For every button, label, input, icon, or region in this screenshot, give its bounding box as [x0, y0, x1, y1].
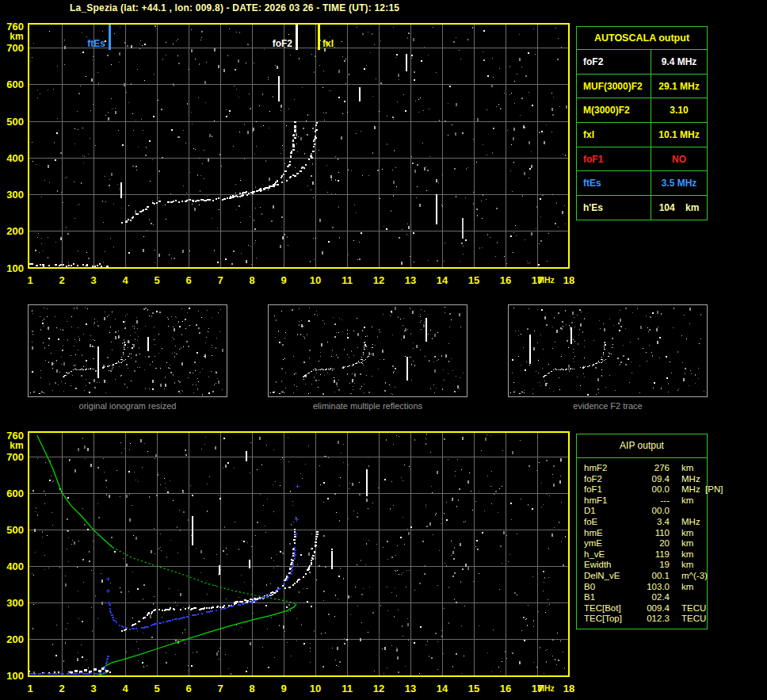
y-tick-label: 400	[6, 152, 24, 164]
y-tick-label: 100	[6, 670, 24, 682]
y-tick-label: 300	[6, 189, 24, 201]
param-unit	[670, 506, 707, 517]
x-tick-label: 18	[563, 274, 574, 286]
x-tick-label: 2	[59, 683, 64, 694]
table-row: D100.0	[584, 506, 707, 517]
frequency-markers: ftEsfoF2fxI	[87, 25, 334, 50]
x-tick-label: 12	[373, 274, 384, 286]
thumbnail-evidence-f2-trace	[509, 305, 708, 397]
x-tick-label: 6	[185, 274, 191, 286]
param-label: h_vE	[584, 549, 633, 560]
table-row: B0103.0km	[584, 582, 707, 593]
param-unit: MHz	[670, 474, 707, 485]
table-row: foF2 9.4 MHz	[577, 50, 707, 75]
bottom-profilogram-plot: 123456789101112131415161718MHz7607006005…	[6, 430, 574, 695]
param-value: NO	[651, 147, 707, 171]
axis-labels: 123456789101112131415161718MHz7607006005…	[6, 430, 574, 695]
table-row: fxI 10.1 MHz	[577, 123, 707, 147]
x-tick-label: 12	[373, 683, 384, 694]
param-value: 3.10	[651, 98, 707, 122]
param-unit: TECU	[670, 603, 707, 614]
x-tick-label: 3	[90, 683, 96, 694]
aip-table-header: AIP output	[577, 434, 707, 458]
param-value: 00.0	[633, 484, 670, 495]
x-tick-label: 14	[437, 683, 448, 694]
x-tick-label: 16	[500, 274, 511, 286]
param-value: 103.0	[633, 582, 670, 593]
table-row: hmF2276km	[584, 463, 707, 474]
y-tick-label: 700	[6, 451, 24, 463]
x-tick-label: 13	[405, 683, 416, 694]
param-label: TEC[Bot]	[584, 603, 633, 614]
aip-output-table: AIP output hmF2276kmfoF209.4MHzfoF100.0M…	[576, 434, 708, 629]
y-tick-label: 200	[6, 225, 24, 237]
param-unit: km	[670, 560, 707, 571]
param-value: 119	[633, 549, 670, 560]
param-unit: km	[670, 549, 707, 560]
plot-frame	[29, 432, 569, 676]
x-tick-label: 8	[249, 683, 254, 694]
param-label: fxI	[577, 123, 651, 147]
table-row: hmF1---km	[584, 495, 707, 507]
param-value: 3.5 MHz	[651, 171, 707, 195]
thumbnail-frame	[29, 305, 227, 397]
y-tick-label: 600	[6, 488, 24, 499]
table-row: Ewidth19km	[584, 560, 707, 571]
param-value: ---	[633, 495, 670, 507]
table-row: TEC[Bot]009.4TECU	[584, 603, 707, 614]
x-tick-label: 7	[217, 274, 223, 286]
x-tick-label: 4	[122, 274, 128, 286]
noise	[30, 25, 567, 267]
param-label: ymE	[584, 538, 633, 549]
echo-trace	[29, 121, 318, 268]
table-row: B102.4	[584, 592, 707, 603]
y-tick-label: 600	[6, 78, 24, 90]
x-tick-label: 11	[342, 274, 353, 286]
x-tick-label: 9	[280, 683, 286, 694]
y-tick-label: 700	[6, 42, 24, 54]
x-tick-label: 2	[59, 274, 64, 286]
x-tick-label: 5	[154, 683, 159, 694]
param-label: foF2	[577, 50, 651, 74]
param-value: 009.4	[633, 603, 670, 614]
table-row: ftEs 3.5 MHz	[577, 171, 707, 196]
autoscala-output-table: AUTOSCALA output foF2 9.4 MHz MUF(3000)F…	[576, 26, 708, 220]
param-value: 10.1 MHz	[651, 123, 707, 147]
noise	[32, 434, 566, 675]
param-label: foF1	[584, 484, 633, 495]
x-tick-label: 5	[154, 274, 159, 286]
param-label: D1	[584, 506, 633, 517]
param-label: Ewidth	[584, 560, 633, 571]
table-row: foF100.0MHz [PN]	[584, 484, 707, 495]
param-label: foE	[584, 517, 633, 528]
param-unit	[670, 592, 707, 603]
top-ionogram-plot: 123456789101112131415161718MHz7607006005…	[6, 21, 574, 287]
table-row: M(3000)F2 3.10	[577, 98, 707, 123]
y-tick-label: 200	[6, 633, 24, 645]
y-axis-unit-label: km	[10, 440, 23, 451]
param-label: hmE	[584, 528, 633, 539]
table-row: h'Es 104 km	[577, 196, 707, 220]
param-value: 276	[633, 463, 670, 474]
x-tick-label: 3	[90, 274, 96, 286]
param-value: 09.4	[633, 474, 670, 485]
param-value: 9.4 MHz	[651, 50, 707, 74]
x-tick-label: 10	[310, 274, 321, 286]
x-tick-label: 8	[249, 274, 254, 286]
param-unit: TECU	[670, 614, 707, 625]
param-value: 104 km	[651, 196, 707, 220]
y-axis-unit-label: km	[10, 31, 23, 42]
x-tick-label: 7	[217, 683, 223, 694]
autoscala-table-header: AUTOSCALA output	[577, 27, 707, 50]
x-tick-label: 14	[437, 274, 448, 286]
y-tick-label: 300	[6, 597, 24, 609]
autoscala-app-window: { "title": "La_Spezia (lat: +44.1 , lon:…	[0, 0, 767, 700]
x-axis-unit-label: MHz	[537, 683, 555, 693]
param-label: hmF2	[584, 463, 633, 474]
y-tick-label: 500	[6, 116, 24, 128]
param-unit: km	[670, 463, 707, 474]
grid	[29, 432, 569, 676]
x-tick-label: 18	[563, 683, 574, 694]
param-label: foF2	[584, 474, 633, 485]
echo-trace	[29, 529, 319, 674]
